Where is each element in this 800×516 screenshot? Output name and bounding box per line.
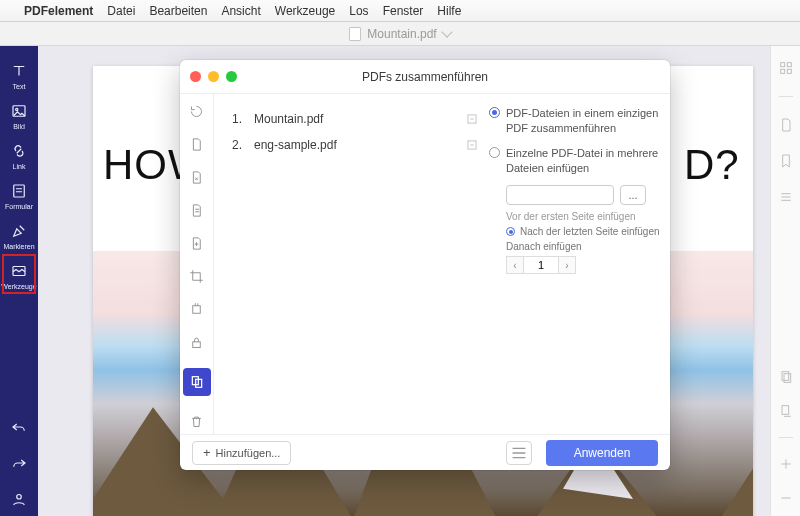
- file-row[interactable]: 1. Mountain.pdf: [224, 106, 479, 132]
- window-close-icon[interactable]: [190, 71, 201, 82]
- merge-dialog: PDFs zusammenführen 1. Mountain.pdf: [180, 60, 670, 470]
- svg-rect-14: [784, 374, 791, 383]
- page-add-icon[interactable]: [189, 236, 204, 251]
- redo-icon[interactable]: [10, 454, 28, 472]
- subradio-after-last[interactable]: Nach der letzten Seite einfügen: [506, 226, 660, 237]
- page-stepper: ‹ ›: [506, 256, 660, 274]
- menu-go[interactable]: Los: [349, 4, 368, 18]
- button-label: Hinzufügen...: [216, 447, 281, 459]
- file-row-number: 1.: [224, 112, 242, 126]
- stepper-next-button[interactable]: ›: [558, 256, 576, 274]
- sidebar-item-tools[interactable]: Werkzeuge: [0, 256, 38, 296]
- sidebar-item-label: Werkzeuge: [1, 283, 36, 290]
- dialog-file-list: 1. Mountain.pdf 2. eng-sample.pdf: [214, 94, 489, 434]
- remove-icon[interactable]: [465, 138, 479, 152]
- file-row-name: Mountain.pdf: [254, 112, 323, 126]
- menu-tools[interactable]: Werkzeuge: [275, 4, 335, 18]
- page-icon[interactable]: [778, 117, 794, 133]
- svg-rect-16: [193, 306, 201, 314]
- sidebar-item-label: Markieren: [3, 243, 34, 250]
- tools-icon: [10, 262, 28, 280]
- radio-icon: [489, 107, 500, 118]
- undo-icon[interactable]: [10, 418, 28, 436]
- radio-insert-multiple[interactable]: Einzelne PDF-Datei in mehrere Dateien ei…: [489, 146, 660, 176]
- svg-rect-12: [787, 69, 791, 73]
- plus-icon[interactable]: [778, 456, 794, 472]
- svg-point-4: [17, 495, 22, 500]
- chevron-down-icon[interactable]: [441, 26, 452, 37]
- menu-edit[interactable]: Bearbeiten: [149, 4, 207, 18]
- sidebar-item-link[interactable]: Link: [0, 136, 38, 176]
- view-mode-button[interactable]: [506, 441, 532, 465]
- file-row[interactable]: 2. eng-sample.pdf: [224, 132, 479, 158]
- stepper-prev-button[interactable]: ‹: [506, 256, 524, 274]
- crop-icon[interactable]: [189, 269, 204, 284]
- sidebar-item-mark[interactable]: Markieren: [0, 216, 38, 256]
- menu-view[interactable]: Ansicht: [221, 4, 260, 18]
- svg-rect-10: [787, 63, 791, 67]
- menu-help[interactable]: Hilfe: [437, 4, 461, 18]
- window-filename: Mountain.pdf: [367, 27, 436, 41]
- lock-icon[interactable]: [189, 335, 204, 350]
- bookmark-icon[interactable]: [778, 153, 794, 169]
- minus-icon[interactable]: [778, 490, 794, 506]
- menu-file[interactable]: Datei: [107, 4, 135, 18]
- page-duplicate-icon[interactable]: [778, 403, 794, 419]
- dialog-tool-rail: [180, 94, 214, 434]
- file-row-name: eng-sample.pdf: [254, 138, 337, 152]
- radio-icon: [506, 227, 515, 236]
- page-delete-icon[interactable]: [189, 170, 204, 185]
- window-minimize-icon[interactable]: [208, 71, 219, 82]
- trash-icon[interactable]: [189, 414, 204, 429]
- dialog-title: PDFs zusammenführen: [362, 70, 488, 84]
- plus-icon: +: [203, 448, 211, 458]
- mac-menubar: PDFelement Datei Bearbeiten Ansicht Werk…: [0, 0, 800, 22]
- right-toolstrip: [770, 46, 800, 516]
- menu-app[interactable]: PDFelement: [24, 4, 93, 18]
- browse-button[interactable]: ...: [620, 185, 646, 205]
- file-row-number: 2.: [224, 138, 242, 152]
- sidebar-item-form[interactable]: Formular: [0, 176, 38, 216]
- merge-icon[interactable]: [183, 368, 211, 396]
- stepper-value-input[interactable]: [524, 256, 558, 274]
- svg-rect-9: [780, 63, 784, 67]
- left-sidebar: Text Bild Link Formular Markieren Werkze…: [0, 46, 38, 516]
- window-zoom-icon[interactable]: [226, 71, 237, 82]
- add-file-button[interactable]: + Hinzufügen...: [192, 441, 291, 465]
- mark-icon: [10, 222, 28, 240]
- image-icon: [10, 102, 28, 120]
- radio-label: Nach der letzten Seite einfügen: [520, 226, 660, 237]
- svg-rect-17: [193, 342, 201, 348]
- page-text-icon[interactable]: [189, 203, 204, 218]
- page-blank-icon[interactable]: [189, 137, 204, 152]
- svg-rect-13: [782, 372, 789, 381]
- svg-rect-2: [14, 185, 25, 197]
- link-icon: [10, 142, 28, 160]
- dialog-options: PDF-Dateien in einem einzigen PDF zusamm…: [489, 94, 670, 434]
- sidebar-item-image[interactable]: Bild: [0, 96, 38, 136]
- sidebar-item-label: Bild: [13, 123, 25, 130]
- target-file-input[interactable]: [506, 185, 614, 205]
- sidebar-item-text[interactable]: Text: [0, 56, 38, 96]
- page-copy-icon[interactable]: [778, 369, 794, 385]
- svg-point-1: [16, 108, 18, 110]
- apply-button[interactable]: Anwenden: [546, 440, 658, 466]
- menu-window[interactable]: Fenster: [383, 4, 424, 18]
- text-icon: [10, 62, 28, 80]
- list-icon[interactable]: [778, 189, 794, 205]
- file-icon: [349, 27, 361, 41]
- hint-after-page: Danach einfügen: [506, 241, 660, 252]
- hint-before: Vor der ersten Seite einfügen: [506, 211, 660, 222]
- user-icon[interactable]: [10, 490, 28, 508]
- dialog-header: PDFs zusammenführen: [180, 60, 670, 94]
- sidebar-item-label: Link: [13, 163, 26, 170]
- window-titlebar: Mountain.pdf: [0, 22, 800, 46]
- form-icon: [10, 182, 28, 200]
- extract-icon[interactable]: [189, 302, 204, 317]
- radio-merge-single[interactable]: PDF-Dateien in einem einzigen PDF zusamm…: [489, 106, 660, 136]
- sidebar-item-label: Formular: [5, 203, 33, 210]
- grid-icon[interactable]: [778, 60, 794, 76]
- remove-icon[interactable]: [465, 112, 479, 126]
- sidebar-item-label: Text: [13, 83, 26, 90]
- rotate-icon[interactable]: [189, 104, 204, 119]
